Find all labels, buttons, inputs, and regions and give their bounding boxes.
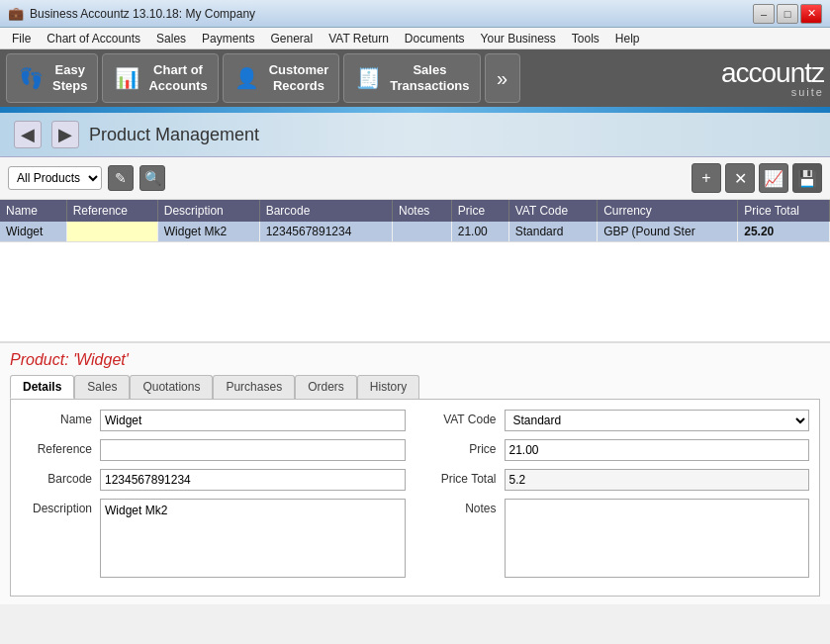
window-controls: – □ ✕	[753, 4, 822, 24]
tab-quotations[interactable]: Quotations	[130, 375, 213, 399]
accountz-suite-label: suite	[721, 87, 824, 98]
edit-filter-button[interactable]: ✎	[108, 165, 134, 191]
table-row[interactable]: Widget Widget Mk2 1234567891234 21.00 St…	[0, 222, 830, 242]
easy-steps-label: EasySteps	[52, 62, 87, 93]
tab-history[interactable]: History	[357, 375, 419, 399]
product-heading: Product: 'Widget'	[10, 351, 820, 369]
notes-textarea[interactable]	[505, 499, 810, 578]
menu-item-tools[interactable]: Tools	[564, 30, 607, 47]
cell-vat-code: Standard	[508, 222, 597, 242]
menu-item-payments[interactable]: Payments	[194, 30, 262, 47]
products-table: Name Reference Description Barcode Notes…	[0, 200, 830, 242]
sales-transactions-icon: 🧾	[354, 64, 382, 92]
action-buttons: + ✕ 📈 💾	[692, 163, 822, 193]
nav-forward-button[interactable]: ▶	[51, 121, 79, 148]
menu-item-general[interactable]: General	[262, 30, 321, 47]
search-filter-button[interactable]: 🔍	[139, 165, 165, 191]
filter-bar: All Products ✎ 🔍 + ✕ 📈 💾	[0, 157, 830, 200]
tab-orders[interactable]: Orders	[295, 375, 357, 399]
price-input[interactable]	[505, 439, 810, 461]
form-area: Name Reference Barcode Description Widge…	[10, 399, 820, 597]
tab-details[interactable]: Details	[10, 375, 74, 399]
toolbar-more-button[interactable]: »	[485, 53, 520, 103]
titlebar-text: Business Accountz 13.10.18: My Company	[30, 7, 753, 21]
add-product-button[interactable]: +	[692, 163, 721, 193]
toolbar: 👣 EasySteps 📊 Chart ofAccounts 👤 Custome…	[0, 49, 830, 107]
empty-space	[0, 242, 830, 341]
chart-of-accounts-icon: 📊	[113, 64, 140, 92]
name-row: Name	[21, 410, 406, 431]
cell-barcode: 1234567891234	[259, 222, 392, 242]
delete-product-button[interactable]: ✕	[725, 163, 755, 193]
name-input[interactable]	[100, 410, 406, 431]
product-filter-select[interactable]: All Products	[8, 166, 102, 190]
cell-notes	[393, 222, 452, 242]
col-notes: Notes	[393, 200, 452, 222]
tab-purchases[interactable]: Purchases	[213, 375, 295, 399]
customer-records-icon: 👤	[233, 64, 261, 92]
cell-description: Widget Mk2	[157, 222, 259, 242]
maximize-button[interactable]: □	[777, 4, 798, 24]
vat-label: VAT Code	[425, 410, 505, 426]
vat-select[interactable]: Standard	[505, 410, 810, 431]
notes-label: Notes	[425, 499, 505, 515]
customer-records-label: CustomerRecords	[269, 62, 329, 93]
price-label: Price	[425, 439, 505, 456]
menu-item-chart-of-accounts[interactable]: Chart of Accounts	[39, 30, 148, 47]
menu-item-help[interactable]: Help	[607, 30, 648, 47]
menu-item-vat-return[interactable]: VAT Return	[321, 30, 397, 47]
tab-sales[interactable]: Sales	[74, 375, 130, 399]
price-total-label: Price Total	[425, 469, 505, 486]
menu-item-sales[interactable]: Sales	[148, 30, 194, 47]
price-total-input	[505, 469, 810, 491]
menu-item-file[interactable]: File	[4, 30, 39, 47]
menu-item-documents[interactable]: Documents	[397, 30, 473, 47]
page-title: Product Management	[89, 125, 259, 145]
close-button[interactable]: ✕	[800, 4, 822, 24]
toolbar-easy-steps[interactable]: 👣 EasySteps	[6, 53, 98, 103]
toolbar-customer-records[interactable]: 👤 CustomerRecords	[223, 53, 340, 103]
page-header: ◀ ▶ Product Management	[0, 113, 830, 157]
sales-transactions-label: SalesTransactions	[390, 62, 469, 93]
reference-input[interactable]	[100, 439, 406, 461]
menubar: FileChart of AccountsSalesPaymentsGenera…	[0, 28, 830, 49]
app-icon: 💼	[8, 6, 24, 22]
col-description: Description	[157, 200, 259, 222]
description-row: Description Widget Mk2	[21, 499, 406, 578]
col-name: Name	[0, 200, 66, 222]
notes-row: Notes	[425, 499, 810, 578]
col-price-total: Price Total	[738, 200, 830, 222]
titlebar: 💼 Business Accountz 13.10.18: My Company…	[0, 0, 830, 28]
cell-currency: GBP (Pound Ster	[598, 222, 738, 242]
cell-price: 21.00	[451, 222, 508, 242]
menu-item-your-business[interactable]: Your Business	[473, 30, 564, 47]
barcode-label: Barcode	[21, 469, 100, 486]
save-button[interactable]: 💾	[792, 163, 822, 193]
price-total-row: Price Total	[425, 469, 810, 491]
cell-name: Widget	[0, 222, 66, 242]
chart-of-accounts-label: Chart ofAccounts	[148, 62, 207, 93]
chart-button[interactable]: 📈	[759, 163, 788, 193]
reference-label: Reference	[21, 439, 100, 456]
reference-row: Reference	[21, 439, 406, 461]
product-tabs: Details Sales Quotations Purchases Order…	[10, 375, 820, 399]
easy-steps-icon: 👣	[17, 64, 45, 92]
col-barcode: Barcode	[259, 200, 392, 222]
barcode-input[interactable]	[100, 469, 406, 491]
col-reference: Reference	[66, 200, 157, 222]
cell-price-total: 25.20	[738, 222, 830, 242]
description-label: Description	[21, 499, 100, 515]
form-left-column: Name Reference Barcode Description Widge…	[21, 410, 406, 586]
form-right-column: VAT Code Standard Price Price Total Note…	[425, 410, 810, 586]
accountz-logo: accountz suite	[721, 59, 824, 98]
col-price: Price	[451, 200, 508, 222]
vat-row: VAT Code Standard	[425, 410, 810, 431]
toolbar-sales-transactions[interactable]: 🧾 SalesTransactions	[343, 53, 480, 103]
price-row: Price	[425, 439, 810, 461]
nav-back-button[interactable]: ◀	[14, 121, 42, 148]
barcode-row: Barcode	[21, 469, 406, 491]
toolbar-chart-of-accounts[interactable]: 📊 Chart ofAccounts	[102, 53, 218, 103]
description-textarea[interactable]: Widget Mk2	[100, 499, 406, 578]
minimize-button[interactable]: –	[753, 4, 775, 24]
main-content: All Products ✎ 🔍 + ✕ 📈 💾 Name Reference …	[0, 157, 830, 604]
